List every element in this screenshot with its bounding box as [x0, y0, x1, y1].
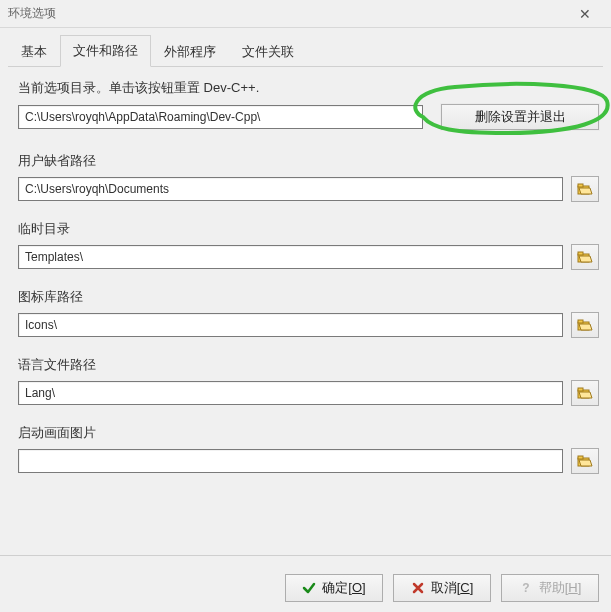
- folder-open-icon: [577, 454, 593, 468]
- tab-files-and-paths[interactable]: 文件和路径: [60, 35, 151, 67]
- bottom-separator: [0, 555, 611, 556]
- label-icon-lib-path: 图标库路径: [18, 288, 599, 306]
- tab-files-label: 文件和路径: [73, 43, 138, 58]
- cancel-button[interactable]: 取消[C]: [393, 574, 491, 602]
- section-temp-dir: 临时目录: [18, 220, 599, 270]
- input-user-default-path[interactable]: [18, 177, 563, 201]
- browse-temp-dir-button[interactable]: [571, 244, 599, 270]
- svg-rect-1: [578, 184, 583, 187]
- window: 环境选项 ✕ 基本 文件和路径 外部程序 文件关联 当前选项目录。单击该按钮重置…: [0, 0, 611, 612]
- dialog-button-bar: 确定[O] 取消[C] ? 帮助[H]: [0, 564, 611, 612]
- browse-lang-files-path-button[interactable]: [571, 380, 599, 406]
- options-dir-prompt: 当前选项目录。单击该按钮重置 Dev-C++.: [18, 79, 599, 97]
- tab-file-associations[interactable]: 文件关联: [229, 36, 307, 67]
- window-title: 环境选项: [8, 5, 563, 22]
- svg-rect-9: [578, 456, 583, 459]
- label-lang-files-path: 语言文件路径: [18, 356, 599, 374]
- ok-button[interactable]: 确定[O]: [285, 574, 383, 602]
- tab-external-label: 外部程序: [164, 44, 216, 59]
- close-button[interactable]: ✕: [563, 0, 607, 27]
- input-lang-files-path[interactable]: [18, 381, 563, 405]
- folder-open-icon: [577, 386, 593, 400]
- browse-splash-image-button[interactable]: [571, 448, 599, 474]
- options-dir-row: 删除设置并退出: [18, 105, 599, 130]
- help-button[interactable]: ? 帮助[H]: [501, 574, 599, 602]
- input-temp-dir[interactable]: [18, 245, 563, 269]
- section-icon-lib-path: 图标库路径: [18, 288, 599, 338]
- tab-external-programs[interactable]: 外部程序: [151, 36, 229, 67]
- label-temp-dir: 临时目录: [18, 220, 599, 238]
- tab-assoc-label: 文件关联: [242, 44, 294, 59]
- folder-open-icon: [577, 250, 593, 264]
- question-icon: ?: [519, 581, 533, 595]
- delete-settings-label: 删除设置并退出: [475, 108, 566, 126]
- section-lang-files-path: 语言文件路径: [18, 356, 599, 406]
- label-splash-image: 启动画面图片: [18, 424, 599, 442]
- delete-settings-exit-button[interactable]: 删除设置并退出: [441, 104, 599, 130]
- browse-icon-lib-path-button[interactable]: [571, 312, 599, 338]
- titlebar: 环境选项 ✕: [0, 0, 611, 28]
- cancel-label: 取消[C]: [431, 579, 474, 597]
- folder-open-icon: [577, 318, 593, 332]
- svg-rect-5: [578, 320, 583, 323]
- input-splash-image[interactable]: [18, 449, 563, 473]
- close-icon: ✕: [579, 6, 591, 22]
- label-user-default-path: 用户缺省路径: [18, 152, 599, 170]
- options-dir-input[interactable]: [18, 105, 423, 129]
- tab-basic-label: 基本: [21, 44, 47, 59]
- tab-bar: 基本 文件和路径 外部程序 文件关联: [0, 28, 611, 66]
- svg-rect-3: [578, 252, 583, 255]
- panel-files-and-paths: 当前选项目录。单击该按钮重置 Dev-C++. 删除设置并退出 用户缺省路径: [0, 67, 611, 555]
- help-label: 帮助[H]: [539, 579, 582, 597]
- svg-text:?: ?: [522, 581, 529, 595]
- cross-icon: [411, 581, 425, 595]
- section-user-default-path: 用户缺省路径: [18, 152, 599, 202]
- browse-user-default-path-button[interactable]: [571, 176, 599, 202]
- input-icon-lib-path[interactable]: [18, 313, 563, 337]
- folder-open-icon: [577, 182, 593, 196]
- tab-basic[interactable]: 基本: [8, 36, 60, 67]
- ok-label: 确定[O]: [322, 579, 365, 597]
- check-icon: [302, 581, 316, 595]
- svg-rect-7: [578, 388, 583, 391]
- section-splash-image: 启动画面图片: [18, 424, 599, 474]
